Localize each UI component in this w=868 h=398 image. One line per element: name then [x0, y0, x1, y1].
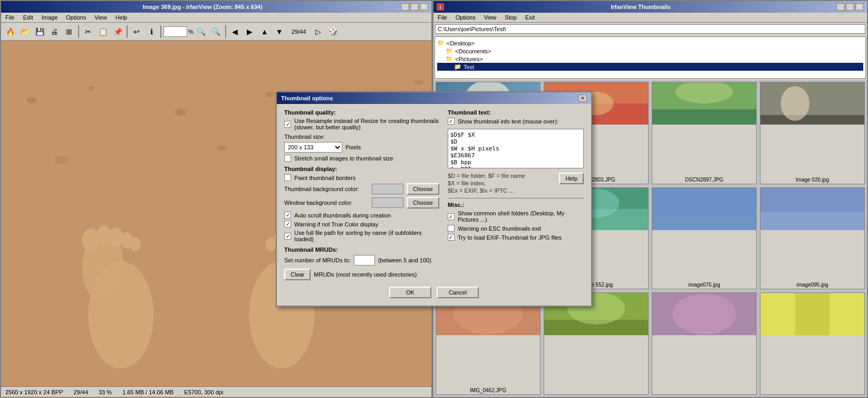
full-path-label: Use full file path for sorting by name (… [294, 230, 439, 242]
show-text-checkbox[interactable] [448, 118, 455, 125]
legend-2: $Ex = EXIF, $Ix = IPTC ... [448, 187, 525, 194]
dialog-body: Thumbnail quality: Use Resample instead … [277, 104, 591, 306]
ok-button[interactable]: OK [389, 287, 431, 298]
display-section-label: Thumbnail display: [284, 166, 439, 172]
stretch-label: Stretch small images to thumbnail size [294, 155, 393, 162]
bg-color-swatch [372, 184, 403, 194]
quality-section-label: Thumbnail quality: [284, 109, 439, 116]
dialog-close-button[interactable]: ✕ [578, 94, 587, 102]
try-exif-row: Try to load EXIF-Thumbnail for JPG files [448, 234, 584, 241]
misc-section-label: Misc.: [448, 202, 584, 208]
dialog-title-bar: Thumbnail options ✕ [277, 92, 591, 104]
text-section-label: Thumbnail text: [448, 109, 584, 116]
mruds-clear-row: Clear MRUDs (most recently used director… [284, 269, 439, 280]
full-path-checkbox[interactable] [284, 233, 291, 240]
show-common-row: Show common shell folders (Desktop, My P… [448, 210, 584, 223]
warning-color-checkbox[interactable] [284, 221, 291, 228]
warning-esc-label: Warning on ESC thumbnails exit [458, 225, 541, 232]
auto-scroll-label: Auto scroll thumbnails during creation [294, 212, 391, 219]
paint-borders-row: Paint thumbnail borders [284, 174, 439, 181]
warning-color-row: Warning if not True Color display [284, 221, 439, 228]
resample-label: Use Resample instead of Resize for creat… [294, 118, 439, 130]
paint-borders-label: Paint thumbnail borders [294, 175, 355, 181]
legend-help-row: $D = file folder, $F = file name $X = fi… [448, 173, 584, 195]
dialog-columns: Thumbnail quality: Use Resample instead … [284, 109, 584, 282]
size-select-row: 200 x 133 Pixels [284, 142, 439, 153]
mruds-count-row: Set number of MRUDs to: 50 (between 5 an… [284, 255, 439, 266]
paint-borders-checkbox[interactable] [284, 174, 291, 181]
dialog-footer: OK Cancel [284, 282, 584, 300]
dialog-right-column: Thumbnail text: Show thumbnail info text… [448, 109, 584, 282]
try-exif-label: Try to load EXIF-Thumbnail for JPG files [458, 234, 562, 241]
bg-color-row: Thumbnail background color: Choose [284, 183, 439, 195]
dialog-overlay: Thumbnail options ✕ Thumbnail quality: U… [0, 0, 868, 398]
clear-button[interactable]: Clear [284, 269, 311, 280]
help-button[interactable]: Help [559, 173, 584, 184]
cancel-button[interactable]: Cancel [437, 287, 479, 298]
mruds-input[interactable]: 50 [354, 255, 375, 266]
dialog-left-column: Thumbnail quality: Use Resample instead … [284, 109, 439, 282]
stretch-checkbox[interactable] [284, 155, 291, 162]
legend-1: $X = file index, [448, 180, 525, 186]
resample-row: Use Resample instead of Resize for creat… [284, 118, 439, 130]
show-common-checkbox[interactable] [448, 213, 455, 220]
show-common-label: Show common shell folders (Desktop, My P… [458, 210, 584, 223]
window-choose-button[interactable]: Choose [407, 197, 439, 209]
resample-checkbox[interactable] [284, 121, 291, 128]
try-exif-checkbox[interactable] [448, 234, 455, 241]
mruds-count-label: Set number of MRUDs to: [284, 257, 351, 263]
mruds-section-label: Thumbnail MRUDs: [284, 247, 439, 253]
stretch-row: Stretch small images to thumbnail size [284, 155, 439, 162]
info-text-area[interactable]: $D$F $X $D $W x $H pixels $E36867 $B bpp… [448, 129, 584, 168]
mruds-range: (between 5 and 100) [378, 257, 431, 263]
auto-scroll-checkbox[interactable] [284, 212, 291, 219]
size-label: Thumbnail size: [284, 134, 348, 140]
legend-block: $D = file folder, $F = file name $X = fi… [448, 173, 525, 195]
legend-0: $D = file folder, $F = file name [448, 173, 525, 179]
bg-color-label: Thumbnail background color: [284, 186, 369, 192]
show-text-label: Show thumbnail info text (mouse over): [458, 118, 558, 125]
size-unit: Pixels [345, 144, 361, 150]
dialog-title: Thumbnail options [281, 95, 333, 101]
warning-color-label: Warning if not True Color display [294, 221, 378, 228]
window-color-swatch [372, 197, 403, 208]
window-color-row: Window background color: Choose [284, 197, 439, 209]
window-color-label: Window background color: [284, 200, 369, 206]
auto-scroll-row: Auto scroll thumbnails during creation [284, 212, 439, 219]
size-select[interactable]: 200 x 133 [284, 142, 342, 153]
size-row: Thumbnail size: [284, 134, 439, 140]
separator [448, 198, 584, 198]
thumbnail-options-dialog: Thumbnail options ✕ Thumbnail quality: U… [276, 91, 592, 307]
mruds-desc: MRUDs (most recently used directories) [314, 271, 417, 278]
warning-esc-checkbox[interactable] [448, 225, 455, 232]
full-path-row: Use full file path for sorting by name (… [284, 230, 439, 242]
warning-esc-row: Warning on ESC thumbnails exit [448, 225, 584, 232]
show-text-row: Show thumbnail info text (mouse over): [448, 118, 584, 125]
bg-choose-button[interactable]: Choose [407, 183, 439, 195]
